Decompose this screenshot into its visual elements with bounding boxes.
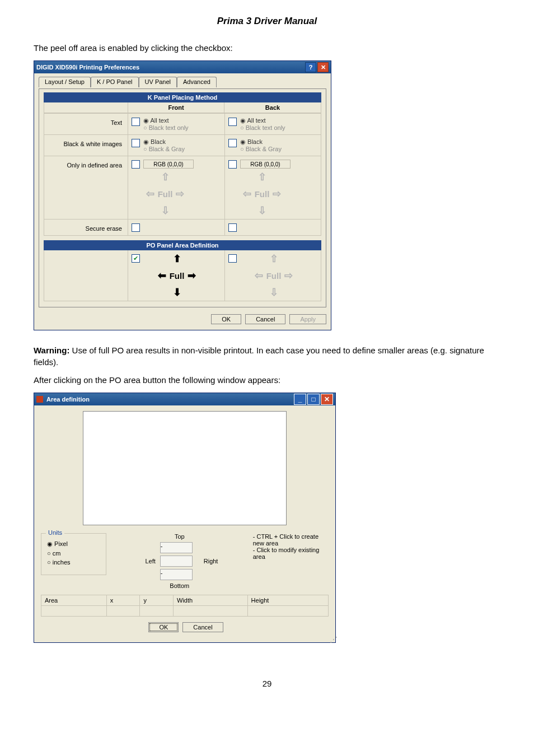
dialog1-titlebar: DIGID XID590i Printing Preferences ? ✕ xyxy=(34,61,331,73)
text-front-checkbox[interactable] xyxy=(132,118,140,126)
unit-pixel[interactable]: ◉ Pixel xyxy=(47,540,100,548)
unit-inches[interactable]: ○ inches xyxy=(47,559,100,566)
defined-back-checkbox[interactable] xyxy=(228,160,237,169)
tab-k-po-panel[interactable]: K / PO Panel xyxy=(91,77,139,87)
tab-uv-panel[interactable]: UV Panel xyxy=(139,77,177,87)
area-definition-dialog: Area definition _ □ ✕ Units ◉ Pixel ○ cm… xyxy=(34,393,336,643)
help-button[interactable]: ? xyxy=(305,62,316,72)
po-front-full-area[interactable]: ⬆ ⬅Full➡ ⬇ xyxy=(143,254,210,297)
label-top: Top xyxy=(160,533,199,540)
input-left[interactable] xyxy=(160,556,193,567)
secure-back-checkbox[interactable] xyxy=(228,223,237,232)
tab-layout-setup[interactable]: Layout / Setup xyxy=(39,77,91,87)
defined-back-full-area[interactable]: ⇧ ⇦Full⇨ ⇩ xyxy=(228,172,296,216)
label-right: Right xyxy=(204,558,243,564)
col-back-header: Back xyxy=(224,102,321,113)
text-front-options: ◉ All text ○ Black text only xyxy=(143,117,189,131)
table-row[interactable] xyxy=(41,606,329,617)
app-icon xyxy=(36,396,43,403)
warning-lead: Warning: xyxy=(34,346,69,355)
tab-strip: Layout / Setup K / PO Panel UV Panel Adv… xyxy=(39,77,326,87)
bw-front-checkbox[interactable] xyxy=(132,139,140,147)
row-bw-label: Black & white images xyxy=(44,134,128,156)
area-table: Area x y Width Height xyxy=(41,595,329,617)
warning-body: Use of full PO area results in non-visib… xyxy=(34,346,484,366)
minimize-button[interactable]: _ xyxy=(294,394,306,405)
resize-grip[interactable]: ⋰ xyxy=(34,638,335,642)
cancel-button[interactable]: Cancel xyxy=(245,314,285,324)
po-back-checkbox[interactable] xyxy=(228,254,237,263)
col-y: y xyxy=(140,595,174,606)
page-title: Prima 3 Driver Manual xyxy=(34,16,500,27)
dialog2-title-text: Area definition xyxy=(46,396,90,403)
row-secure-label: Secure erase xyxy=(44,219,128,235)
row-defined-label: Only in defined area xyxy=(44,156,128,219)
units-group: Units ◉ Pixel ○ cm ○ inches xyxy=(41,533,106,575)
tab-advanced[interactable]: Advanced xyxy=(177,77,217,87)
ok-button[interactable]: OK xyxy=(211,314,241,324)
maximize-button[interactable]: □ xyxy=(307,394,320,405)
po-panel-banner: PO Panel Area Definition xyxy=(44,240,321,250)
apply-button[interactable]: Apply xyxy=(289,314,326,324)
intro-text: The peel off area is enabled by clicking… xyxy=(34,43,500,54)
units-legend: Units xyxy=(46,529,64,536)
area-canvas[interactable] xyxy=(83,411,287,525)
po-back-full-area[interactable]: ⇧ ⇦Full⇨ ⇩ xyxy=(240,254,307,297)
close-button[interactable]: ✕ xyxy=(317,62,329,72)
defined-front-checkbox[interactable] xyxy=(132,160,140,169)
hint-create: - CTRL + Click to create new area xyxy=(253,533,329,547)
cancel-button[interactable]: Cancel xyxy=(182,622,223,632)
text-back-options: ◉ All text ○ Black text only xyxy=(240,117,285,131)
rgb-front-button[interactable]: RGB (0,0,0) xyxy=(143,160,194,169)
ok-button[interactable]: OK xyxy=(148,622,179,632)
col-front-header: Front xyxy=(128,102,224,113)
col-area: Area xyxy=(41,595,107,606)
secure-front-checkbox[interactable] xyxy=(132,223,140,232)
col-height: Height xyxy=(247,595,328,606)
col-width: Width xyxy=(174,595,248,606)
defined-front-full-area[interactable]: ⇧ ⇦Full⇨ ⇩ xyxy=(132,172,199,216)
po-front-checkbox[interactable] xyxy=(132,254,140,263)
bw-front-options: ◉ Black ○ Black & Gray xyxy=(143,138,185,152)
close-button[interactable]: ✕ xyxy=(321,394,333,405)
dialog2-titlebar: Area definition _ □ ✕ xyxy=(34,393,335,405)
printing-preferences-dialog: DIGID XID590i Printing Preferences ? ✕ L… xyxy=(34,60,331,330)
warning-paragraph: Warning: Use of full PO area results in … xyxy=(34,345,500,368)
input-bottom-field[interactable]: - xyxy=(160,569,193,580)
bw-back-checkbox[interactable] xyxy=(228,139,237,147)
hints: - CTRL + Click to create new area - Clic… xyxy=(253,533,329,560)
bw-back-options: ◉ Black ○ Black & Gray xyxy=(240,138,282,152)
text-back-checkbox[interactable] xyxy=(228,118,237,126)
label-left: Left xyxy=(116,558,156,564)
input-top[interactable]: - xyxy=(160,542,193,553)
unit-cm[interactable]: ○ cm xyxy=(47,550,100,557)
row-text-label: Text xyxy=(44,113,128,134)
k-panel-banner: K Panel Placing Method xyxy=(44,92,321,102)
hint-modify: - Click to modify existing area xyxy=(253,547,329,560)
page-number: 29 xyxy=(34,679,500,688)
label-bottom: Bottom xyxy=(160,582,199,589)
dialog1-title-text: DIGID XID590i Printing Preferences xyxy=(36,64,139,71)
after-text: After clicking on the PO area button the… xyxy=(34,375,500,386)
rgb-back-button[interactable]: RGB (0,0,0) xyxy=(240,160,291,169)
col-x: x xyxy=(106,595,140,606)
